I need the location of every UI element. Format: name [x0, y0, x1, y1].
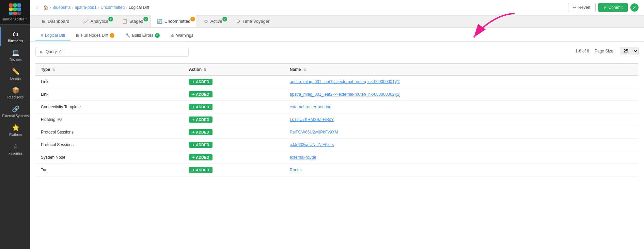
cell-type: System Node [35, 151, 184, 164]
action-badge: ADDED [189, 154, 213, 160]
full-nodes-diff-subtab-label: Full Nodes Diff [81, 33, 108, 38]
table-row: Protocol Sessions ADDED oJJr633wdUN_ZaE6… [35, 139, 639, 151]
subtab-warnings[interactable]: ⚠ Warnings [165, 30, 199, 41]
subtab-logical-diff[interactable]: ≡ Logical Diff [35, 30, 70, 41]
cell-name[interactable]: external-router [284, 151, 639, 164]
sidebar-label-devices: Devices [10, 58, 22, 62]
breadcrumb-apstra-pod1[interactable]: apstra-pod1 [75, 5, 96, 10]
cell-type: Link [35, 88, 184, 101]
main-content: ☆ 🏠 › Blueprints › apstra-pod1 › Uncommi… [30, 0, 644, 249]
name-link[interactable]: apstra_mlag_001_leaf1<->external-router(… [290, 79, 400, 84]
tab-active[interactable]: ⚙ Active ✓ [198, 15, 229, 27]
cell-action: ADDED [184, 139, 284, 151]
active-tab-label: Active [210, 19, 222, 24]
pagination-range: 1-8 of 8 [575, 49, 589, 53]
sidebar-item-external-systems[interactable]: 🔗 External Systems [0, 102, 30, 121]
col-action[interactable]: Action ⇅ [184, 64, 284, 76]
table-row: Protocol Sessions ADDED RslFOW66U2w0PhFv… [35, 126, 639, 139]
topbar-actions: ↩ Revert ✔ Commit ✓ [568, 3, 639, 12]
build-errors-subtab-icon: 🔧 [125, 33, 130, 38]
sidebar-item-favorites[interactable]: ☆ Favorites [0, 139, 30, 158]
query-bar[interactable]: ▶ Query: All [35, 47, 189, 57]
analytics-tab-label: Analytics [91, 19, 108, 24]
name-link[interactable]: external-router-peering [290, 105, 331, 109]
logo-area: Juniper Apstra™ [0, 0, 30, 25]
external-systems-icon: 🔗 [12, 105, 19, 113]
cell-type: Link [35, 76, 184, 88]
breadcrumb-separator-3: › [98, 5, 99, 10]
cell-name[interactable]: LcTinU7KRMX9Z-FiRsY [284, 113, 639, 126]
content-area: ▶ Query: All 1-8 of 8 Page Size: 25 10 5… [30, 42, 644, 249]
tab-analytics[interactable]: 📈 Analytics ✓ [77, 15, 115, 27]
blueprints-icon: 🗂 [13, 31, 19, 38]
cell-name[interactable]: apstra_mlag_001_leaf2<->external-router(… [284, 88, 639, 101]
sidebar-item-devices[interactable]: 💻 Devices [0, 46, 30, 64]
warnings-subtab-label: Warnings [176, 33, 193, 38]
query-label: Query: All [46, 49, 63, 54]
name-link[interactable]: oJJr633wdUN_ZaE6xLs [290, 142, 334, 147]
commit-button[interactable]: ✔ Commit [598, 3, 628, 12]
table-row: Floating IPs ADDED LcTinU7KRMX9Z-FiRsY [35, 113, 639, 126]
name-link[interactable]: RslFOW66U2w0PhFv9XM [290, 130, 338, 135]
cell-action: ADDED [184, 101, 284, 113]
page-size-label: Page Size: [595, 49, 614, 53]
cell-name[interactable]: Router [284, 164, 639, 176]
logo-grid [9, 3, 21, 15]
uncommitted-tab-icon: 🔄 [157, 19, 162, 24]
favorites-icon: ☆ [13, 143, 18, 150]
home-icon[interactable]: 🏠 [43, 5, 48, 10]
col-type[interactable]: Type ⇅ [35, 64, 184, 76]
cell-name[interactable]: RslFOW66U2w0PhFv9XM [284, 126, 639, 139]
table-row: Link ADDED apstra_mlag_001_leaf2<->exter… [35, 88, 639, 101]
cell-action: ADDED [184, 88, 284, 101]
tab-staged[interactable]: 📋 Staged ✓ [115, 15, 150, 27]
page-size-select[interactable]: 25 10 50 100 [620, 47, 639, 55]
col-name[interactable]: Name ⇅ [284, 64, 639, 76]
design-icon: ✏️ [12, 68, 19, 75]
sort-name-icon: ⇅ [303, 68, 306, 72]
table-row: Link ADDED apstra_mlag_001_leaf1<->exter… [35, 76, 639, 88]
name-link[interactable]: external-router [290, 155, 316, 160]
cell-name[interactable]: external-router-peering [284, 101, 639, 113]
action-badge: ADDED [189, 79, 213, 85]
tab-time-voyager[interactable]: ⏱ Time Voyager [230, 15, 276, 27]
commit-label: Commit [609, 5, 623, 10]
staged-tab-badge: ✓ [143, 17, 148, 21]
cell-type: Protocol Sessions [35, 126, 184, 139]
sidebar-nav: 🗂 Blueprints 💻 Devices ✏️ Design 📦 Resou… [0, 25, 30, 249]
sidebar-item-design[interactable]: ✏️ Design [0, 64, 30, 83]
platform-icon: ⭐ [12, 124, 19, 131]
name-link[interactable]: Router [290, 168, 302, 172]
staged-tab-icon: 📋 [122, 19, 127, 24]
breadcrumb-uncommitted[interactable]: Uncommitted [100, 5, 125, 10]
action-badge: ADDED [189, 167, 213, 173]
tab-dashboard[interactable]: ⊞ Dashboard [35, 15, 76, 27]
tab-uncommitted[interactable]: 🔄 Uncommitted ! [151, 15, 197, 27]
name-link[interactable]: LcTinU7KRMX9Z-FiRsY [290, 117, 334, 122]
cell-name[interactable]: apstra_mlag_001_leaf1<->external-router(… [284, 76, 639, 88]
notification-badge[interactable]: ✓ [630, 3, 639, 12]
cell-name[interactable]: oJJr633wdUN_ZaE6xLs [284, 139, 639, 151]
breadcrumb-separator-1: › [50, 5, 51, 10]
subtabs-row: ≡ Logical Diff ⊞ Full Nodes Diff ! 🔧 Bui… [30, 28, 644, 42]
time-voyager-tab-label: Time Voyager [242, 19, 270, 24]
breadcrumb: ☆ 🏠 › Blueprints › apstra-pod1 › Uncommi… [35, 5, 149, 10]
app-brand: Juniper Apstra™ [2, 17, 28, 21]
name-link[interactable]: apstra_mlag_001_leaf2<->external-router(… [290, 92, 400, 97]
subtab-full-nodes-diff[interactable]: ⊞ Full Nodes Diff ! [70, 30, 120, 41]
full-nodes-diff-badge: ! [110, 33, 114, 38]
sidebar-item-platform[interactable]: ⭐ Platform [0, 121, 30, 139]
active-tab-badge: ✓ [222, 17, 227, 21]
subtab-build-errors[interactable]: 🔧 Build Errors ✓ [120, 30, 166, 41]
star-icon[interactable]: ☆ [35, 5, 39, 10]
cell-type: Connectivity Template [35, 101, 184, 113]
sidebar-item-blueprints[interactable]: 🗂 Blueprints [0, 27, 30, 46]
table-row: Tag ADDED Router [35, 164, 639, 176]
action-badge: ADDED [189, 104, 213, 110]
breadcrumb-blueprints[interactable]: Blueprints [52, 5, 70, 10]
revert-button[interactable]: ↩ Revert [568, 3, 595, 12]
diff-table: Type ⇅ Action ⇅ Name ⇅ Link ADDED apstra… [35, 63, 639, 176]
sidebar-item-resources[interactable]: 📦 Resources [0, 83, 30, 102]
staged-tab-label: Staged [129, 19, 143, 24]
pagination: 1-8 of 8 Page Size: 25 10 50 100 [575, 47, 639, 55]
